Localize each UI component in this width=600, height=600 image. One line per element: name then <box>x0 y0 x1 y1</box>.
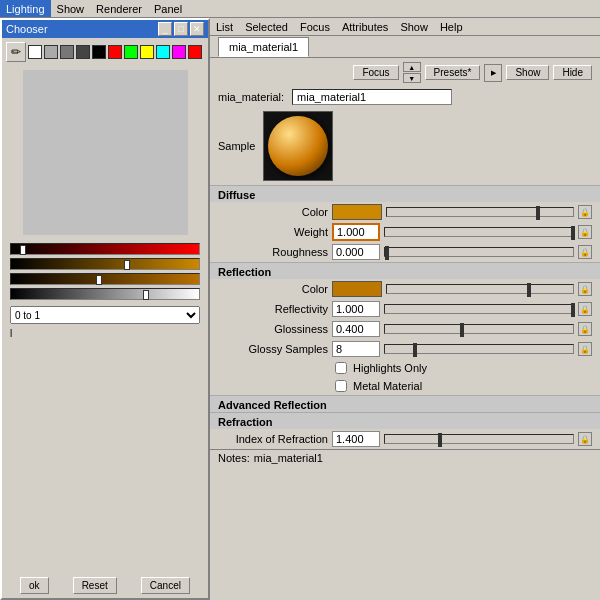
close-button[interactable]: ✕ <box>190 22 204 36</box>
menu2-show[interactable]: Show <box>394 21 434 33</box>
glossy-samples-input[interactable] <box>332 341 380 357</box>
menu-show[interactable]: Show <box>51 0 91 17</box>
material-name-input[interactable] <box>292 89 452 105</box>
reflection-rest: eflection <box>226 266 271 278</box>
ior-lock[interactable]: 🔒 <box>578 432 592 446</box>
color-sliders-area <box>2 239 208 304</box>
swatch-green[interactable] <box>124 45 138 59</box>
menu-lighting[interactable]: Lighting <box>0 0 51 17</box>
refraction-rest: efraction <box>226 416 272 428</box>
svg-rect-10 <box>23 70 188 235</box>
reflection-color-lock[interactable]: 🔒 <box>578 282 592 296</box>
diffuse-weight-lock[interactable]: 🔒 <box>578 225 592 239</box>
chooser-buttons: ok Reset Cancel <box>2 573 208 598</box>
swatch-gray2[interactable] <box>60 45 74 59</box>
glossy-samples-slider[interactable] <box>384 344 574 354</box>
reflectivity-slider[interactable] <box>384 304 574 314</box>
slider-v[interactable] <box>10 288 200 300</box>
menu-renderer[interactable]: Renderer <box>90 0 148 17</box>
show-button[interactable]: Show <box>506 65 549 80</box>
swatch-cyan[interactable] <box>156 45 170 59</box>
slider-g-thumb[interactable] <box>124 260 130 270</box>
swatch-red2[interactable] <box>188 45 202 59</box>
arrow-down[interactable]: ▼ <box>403 73 421 83</box>
diffuse-color-lock[interactable]: 🔒 <box>578 205 592 219</box>
color-chooser-panel: Chooser _ □ ✕ ✏ <box>0 18 210 600</box>
color-chooser-title: Chooser _ □ ✕ <box>2 20 208 38</box>
diffuse-weight-thumb <box>571 226 575 240</box>
slider-g[interactable] <box>10 258 200 270</box>
reflection-color-swatch[interactable] <box>332 281 382 297</box>
tab-bar: mia_material1 <box>210 36 600 58</box>
swatch-yellow[interactable] <box>140 45 154 59</box>
highlights-checkbox[interactable] <box>335 362 347 374</box>
swatch-gray3[interactable] <box>76 45 90 59</box>
menu2-focus[interactable]: Focus <box>294 21 336 33</box>
eyedropper-button[interactable]: ✏ <box>6 42 26 62</box>
maximize-button[interactable]: □ <box>174 22 188 36</box>
reflectivity-lock[interactable]: 🔒 <box>578 302 592 316</box>
slider-v-thumb[interactable] <box>143 290 149 300</box>
menu2-list[interactable]: List <box>210 21 239 33</box>
reflection-color-slider[interactable] <box>386 284 574 294</box>
presets-button[interactable]: Presets* <box>425 65 481 80</box>
menu2-selected[interactable]: Selected <box>239 21 294 33</box>
main-area: Chooser _ □ ✕ ✏ <box>0 18 600 600</box>
slider-r-thumb[interactable] <box>20 245 26 255</box>
menu2-help[interactable]: Help <box>434 21 469 33</box>
glossiness-input[interactable] <box>332 321 380 337</box>
tab-mia-material[interactable]: mia_material1 <box>218 37 309 57</box>
glossy-samples-lock[interactable]: 🔒 <box>578 342 592 356</box>
diffuse-roughness-slider[interactable] <box>384 247 574 257</box>
diffuse-roughness-lock[interactable]: 🔒 <box>578 245 592 259</box>
hide-button[interactable]: Hide <box>553 65 592 80</box>
swatch-gray1[interactable] <box>44 45 58 59</box>
glossy-samples-label: Glossy Samples <box>218 343 328 355</box>
sample-area: Sample <box>210 107 600 185</box>
hex-wheel-area[interactable] <box>2 66 208 239</box>
diffuse-prefix: D <box>218 189 226 201</box>
slider-b-thumb[interactable] <box>96 275 102 285</box>
reset-button[interactable]: Reset <box>73 577 117 594</box>
slider-row-v <box>10 288 200 300</box>
ior-input[interactable] <box>332 431 380 447</box>
diffuse-weight-slider[interactable] <box>384 227 574 237</box>
focus-button[interactable]: Focus <box>353 65 398 80</box>
swatch-black[interactable] <box>92 45 106 59</box>
presets-arrow[interactable]: ▶ <box>484 64 502 82</box>
diffuse-color-slider[interactable] <box>386 207 574 217</box>
menu2-attributes[interactable]: Attributes <box>336 21 394 33</box>
range-select[interactable]: 0 to 1 0 to 255 <box>10 306 200 324</box>
sample-label: Sample <box>218 140 255 152</box>
swatch-white[interactable] <box>28 45 42 59</box>
metal-label: Metal Material <box>353 380 422 392</box>
glossiness-thumb <box>460 323 464 337</box>
glossiness-lock[interactable]: 🔒 <box>578 322 592 336</box>
mia-material-label: mia_material: <box>218 91 284 103</box>
top-controls: Focus ▲ ▼ Presets* ▶ Show Hide <box>210 58 600 87</box>
slider-b[interactable] <box>10 273 200 285</box>
color-wheel-svg[interactable] <box>23 70 188 235</box>
diffuse-color-swatch[interactable] <box>332 204 382 220</box>
swatch-row: ✏ <box>2 38 208 66</box>
ok-button[interactable]: ok <box>20 577 49 594</box>
ior-label: Index of Refraction <box>218 433 328 445</box>
swatch-magenta[interactable] <box>172 45 186 59</box>
arrow-up[interactable]: ▲ <box>403 62 421 72</box>
minimize-button[interactable]: _ <box>158 22 172 36</box>
sample-preview <box>263 111 333 181</box>
cancel-button[interactable]: Cancel <box>141 577 190 594</box>
slider-r[interactable] <box>10 243 200 255</box>
reflection-header: Reflection <box>210 262 600 279</box>
title-buttons: _ □ ✕ <box>158 22 204 36</box>
menu-panel[interactable]: Panel <box>148 0 188 17</box>
arrow-buttons: ▲ ▼ <box>403 62 421 83</box>
glossiness-slider[interactable] <box>384 324 574 334</box>
refraction-header: Refraction <box>210 412 600 429</box>
swatch-red[interactable] <box>108 45 122 59</box>
diffuse-weight-input[interactable] <box>332 223 380 241</box>
diffuse-roughness-input[interactable] <box>332 244 380 260</box>
reflectivity-input[interactable] <box>332 301 380 317</box>
ior-slider[interactable] <box>384 434 574 444</box>
metal-checkbox[interactable] <box>335 380 347 392</box>
